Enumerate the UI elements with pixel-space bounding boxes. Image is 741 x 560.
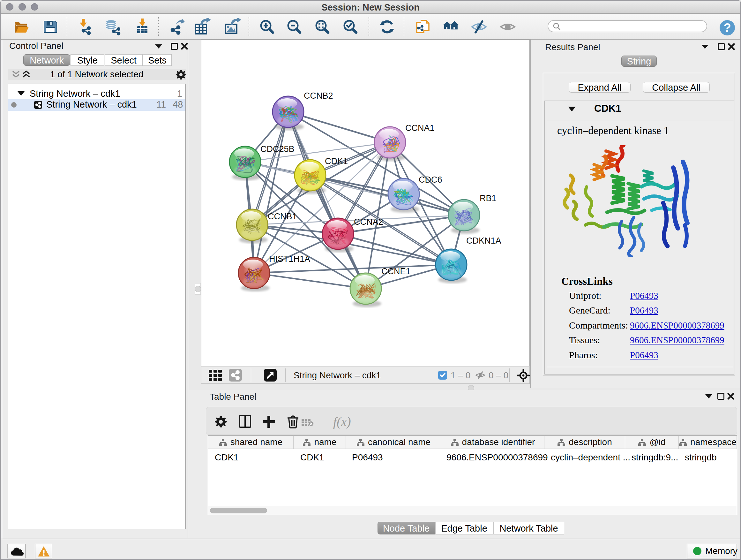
svg-text:?: ? xyxy=(724,21,731,35)
svg-text:CCNA2: CCNA2 xyxy=(354,217,383,227)
svg-text:CCNB1: CCNB1 xyxy=(268,212,297,221)
svg-text:CDK1: CDK1 xyxy=(325,157,348,166)
svg-text:CCNB2: CCNB2 xyxy=(304,91,333,101)
svg-text:CDC6: CDC6 xyxy=(419,175,442,185)
svg-text:CCNE1: CCNE1 xyxy=(381,266,411,276)
svg-text:HIST1H1A: HIST1H1A xyxy=(269,254,310,264)
svg-text:CDKN1A: CDKN1A xyxy=(466,236,501,246)
svg-text:CCNA1: CCNA1 xyxy=(405,123,434,133)
svg-text:RB1: RB1 xyxy=(480,193,496,203)
svg-text:CDC25B: CDC25B xyxy=(260,144,294,154)
